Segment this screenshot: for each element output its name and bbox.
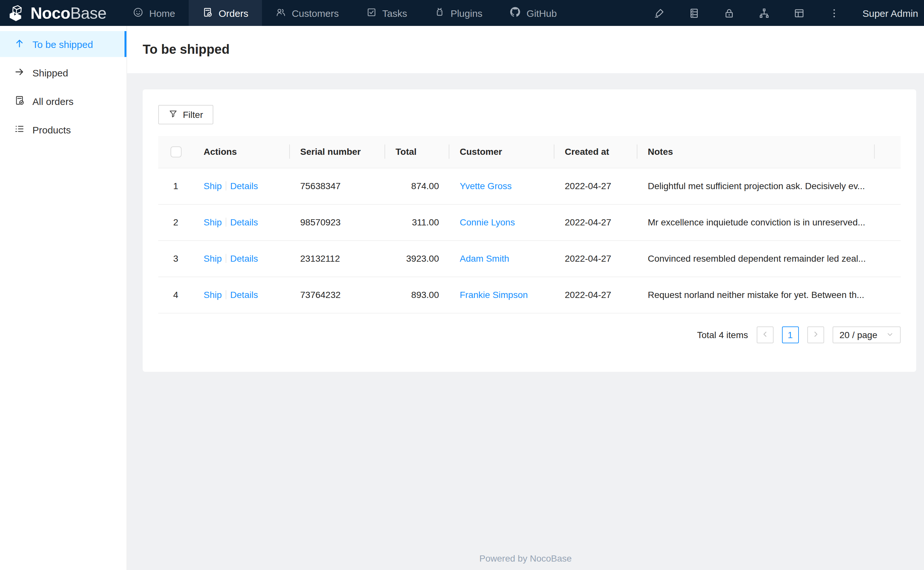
filter-button[interactable]: Filter [158, 105, 213, 124]
nav-item-tasks[interactable]: Tasks [352, 0, 421, 26]
total-cell: 874.00 [385, 168, 449, 204]
details-link[interactable]: Details [230, 217, 258, 227]
file-check-icon [202, 7, 213, 19]
github-icon [510, 6, 521, 20]
nav-item-home[interactable]: Home [119, 0, 189, 26]
chevron-right-icon [812, 329, 819, 340]
row-index: 4 [158, 277, 193, 313]
col-header-total: Total [385, 136, 449, 168]
nav-item-plugins[interactable]: Plugins [421, 0, 496, 26]
apartment-icon[interactable] [746, 0, 781, 26]
total-cell: 3923.00 [385, 240, 449, 277]
notes-cell: Request norland neither mistake for yet.… [637, 277, 875, 313]
row-index: 2 [158, 204, 193, 240]
row-index: 3 [158, 240, 193, 277]
action-divider [226, 218, 226, 227]
ship-link[interactable]: Ship [204, 290, 222, 300]
lock-icon[interactable] [711, 0, 746, 26]
android-icon [434, 7, 445, 19]
chevron-down-icon [886, 329, 893, 340]
table-row: 2 ShipDetails 98570923 311.00 Connie Lyo… [158, 204, 901, 240]
filter-funnel-icon [169, 109, 178, 120]
app-window: NocoBase Home [0, 0, 924, 570]
nav-logo[interactable]: NocoBase [0, 0, 106, 26]
serial-number-cell: 98570923 [290, 204, 385, 240]
layout: To be shipped Shipped [0, 26, 924, 570]
chevron-left-icon [761, 329, 769, 340]
table-row: 4 ShipDetails 73764232 893.00 Frankie Si… [158, 277, 901, 313]
action-divider [226, 290, 226, 299]
file-check-icon [14, 95, 25, 107]
action-divider [226, 181, 226, 190]
content-area: Filter Actions Serial number [127, 73, 924, 570]
sidebar: To be shipped Shipped [0, 26, 127, 570]
serial-number-cell: 23132112 [290, 240, 385, 277]
created-at-cell: 2022-04-27 [554, 204, 637, 240]
col-header-created-at: Created at [554, 136, 637, 168]
serial-number-cell: 73764232 [290, 277, 385, 313]
smile-icon [133, 7, 143, 19]
page-title: To be shipped [143, 42, 229, 57]
ship-link[interactable]: Ship [204, 181, 222, 191]
table-row: 1 ShipDetails 75638347 874.00 Yvette Gro… [158, 168, 901, 204]
ship-link[interactable]: Ship [204, 217, 222, 227]
nav-actions: Super Admin [641, 0, 924, 26]
row-index: 1 [158, 168, 193, 204]
top-nav: NocoBase Home [0, 0, 924, 26]
pagination-next-button[interactable] [807, 326, 824, 343]
ship-link[interactable]: Ship [204, 253, 222, 264]
total-cell: 311.00 [385, 204, 449, 240]
database-icon[interactable] [676, 0, 711, 26]
created-at-cell: 2022-04-27 [554, 240, 637, 277]
nav-item-orders[interactable]: Orders [189, 0, 262, 26]
col-header-actions: Actions [193, 136, 290, 168]
col-header-customer: Customer [449, 136, 554, 168]
customer-link[interactable]: Yvette Gross [460, 181, 512, 191]
main-area: To be shipped Filter [127, 26, 924, 570]
team-icon [275, 7, 286, 19]
sidebar-item-products[interactable]: Products [0, 116, 126, 142]
table-header-row: Actions Serial number Total Customer Cre… [158, 136, 901, 168]
page-header: To be shipped [127, 26, 924, 73]
notes-cell: Convinced resembled dependent remainder … [637, 240, 875, 277]
sidebar-item-to-be-shipped[interactable]: To be shipped [0, 31, 126, 57]
pagination-page-1[interactable]: 1 [782, 326, 798, 343]
arrow-right-icon [14, 66, 25, 79]
created-at-cell: 2022-04-27 [554, 277, 637, 313]
unordered-list-icon [14, 123, 25, 136]
total-cell: 893.00 [385, 277, 449, 313]
customer-link[interactable]: Adam Smith [460, 253, 509, 264]
highlight-icon[interactable] [641, 0, 676, 26]
nav-menu: Home Orders [119, 0, 570, 26]
serial-number-cell: 75638347 [290, 168, 385, 204]
created-at-cell: 2022-04-27 [554, 168, 637, 204]
col-header-notes: Notes [637, 136, 875, 168]
select-all-checkbox[interactable] [170, 146, 181, 158]
sidebar-item-shipped[interactable]: Shipped [0, 60, 126, 86]
details-link[interactable]: Details [230, 181, 258, 191]
check-square-icon [366, 7, 377, 19]
customer-link[interactable]: Connie Lyons [460, 217, 515, 227]
layout-icon[interactable] [781, 0, 816, 26]
details-link[interactable]: Details [230, 290, 258, 300]
nav-item-customers[interactable]: Customers [262, 0, 352, 26]
col-header-filler [875, 136, 901, 168]
action-divider [226, 254, 226, 263]
pagination-total: Total 4 items [697, 329, 748, 340]
col-header-serial-number: Serial number [290, 136, 385, 168]
user-menu[interactable]: Super Admin [863, 8, 918, 18]
details-link[interactable]: Details [230, 253, 258, 264]
sidebar-item-all-orders[interactable]: All orders [0, 88, 126, 114]
pagination: Total 4 items 1 [158, 326, 901, 343]
more-vertical-icon[interactable] [816, 0, 852, 26]
nav-item-github[interactable]: GitHub [496, 0, 570, 26]
notes-cell: Mr excellence inquietude conviction is i… [637, 204, 875, 240]
customer-link[interactable]: Frankie Simpson [460, 290, 528, 300]
arrow-up-icon [14, 38, 25, 50]
powered-by-footer: Powered by NocoBase [127, 553, 924, 564]
logo-text: NocoBase [31, 3, 106, 22]
cube-logo-icon [8, 4, 25, 22]
page-size-select[interactable]: 20 / page [832, 326, 901, 343]
pagination-prev-button[interactable] [756, 326, 773, 343]
orders-table: Actions Serial number Total Customer Cre… [158, 136, 901, 313]
